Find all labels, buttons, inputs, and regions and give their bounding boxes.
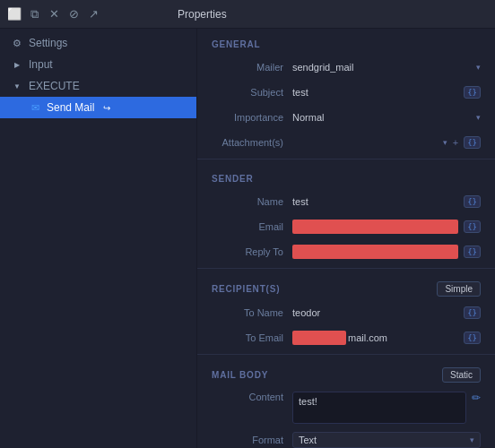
reply-to-label: Reply To	[212, 246, 283, 257]
importance-row: Importance Normal ▾	[197, 105, 495, 130]
content-row: Content test! ✏	[197, 386, 495, 427]
subject-end: {​}	[464, 86, 481, 99]
panel-title: Properties	[178, 8, 227, 21]
to-name-label: To Name	[212, 307, 283, 318]
reply-to-expr-badge[interactable]: {​}	[464, 246, 481, 258]
sender-email-label: Email	[212, 221, 283, 232]
attachments-label: Attachment(s)	[212, 137, 283, 148]
importance-value: Normal	[292, 112, 471, 123]
importance-end: ▾	[476, 113, 481, 122]
sender-email-expr-badge[interactable]: {​}	[464, 220, 481, 233]
properties-panel: GENERAL Mailer sendgrid_mail ▾ Subject t…	[197, 29, 495, 448]
gear-icon: ⚙	[11, 37, 23, 49]
importance-dropdown-icon[interactable]: ▾	[476, 113, 481, 122]
sender-email-end: {​}	[464, 220, 481, 233]
format-select[interactable]: Text ▾	[292, 432, 481, 448]
mailer-label: Mailer	[212, 62, 283, 73]
attachments-add-icon[interactable]: +	[453, 137, 458, 148]
new-icon[interactable]: ⬜	[7, 7, 22, 22]
divider-2	[197, 268, 495, 269]
reply-to-row: Reply To {​}	[197, 239, 495, 264]
to-email-input-red[interactable]	[292, 331, 346, 345]
to-name-row: To Name teodor {​}	[197, 300, 495, 325]
divider-3	[197, 354, 495, 355]
attachments-end: ▾ + {​}	[443, 136, 481, 149]
copy-icon[interactable]: ⧉	[27, 7, 41, 22]
sender-name-value: test	[292, 196, 458, 207]
to-name-value: teodor	[292, 307, 458, 318]
mailbody-static-badge[interactable]: Static	[442, 367, 481, 383]
recipients-section-row: RECIPIENT(S) Simple	[197, 272, 495, 300]
sender-email-row: Email {​}	[197, 214, 495, 239]
format-row: Format Text ▾	[197, 427, 495, 448]
importance-label: Importance	[212, 112, 283, 123]
window-controls: ⬜ ⧉ ✕ ⊘ ↗	[7, 7, 100, 22]
mailer-row: Mailer sendgrid_mail ▾	[197, 55, 495, 80]
mailer-end: ▾	[476, 63, 481, 72]
to-name-end: {​}	[464, 306, 481, 319]
to-email-field-group: mail.com	[292, 331, 458, 345]
sender-name-end: {​}	[464, 195, 481, 208]
subject-row: Subject test {​}	[197, 80, 495, 105]
sidebar-item-send-mail[interactable]: ✉ Send Mail ↪	[0, 97, 196, 118]
format-label: Format	[212, 435, 283, 445]
sidebar-item-settings-label: Settings	[29, 37, 67, 49]
to-name-expr-badge[interactable]: {​}	[464, 306, 481, 319]
to-email-suffix: mail.com	[348, 332, 387, 343]
sender-name-label: Name	[212, 196, 283, 207]
disable-icon[interactable]: ⊘	[66, 7, 81, 22]
arrow-right-icon: ↪	[103, 103, 110, 113]
attachments-dropdown-icon[interactable]: ▾	[443, 138, 447, 147]
to-email-end: {​}	[464, 332, 481, 344]
sidebar-item-execute[interactable]: ▼ EXECUTE	[0, 75, 196, 97]
subject-label: Subject	[212, 87, 283, 98]
export-icon[interactable]: ↗	[86, 7, 100, 22]
reply-to-input[interactable]	[292, 245, 458, 259]
sender-section-header: SENDER	[197, 163, 495, 189]
sidebar-item-settings[interactable]: ⚙ Settings	[0, 32, 196, 54]
recipients-simple-badge[interactable]: Simple	[437, 281, 481, 297]
chevron-down-icon: ▼	[11, 80, 23, 92]
send-mail-icon: ✉	[29, 101, 41, 114]
main-layout: ⚙ Settings ▶ Input ▼ EXECUTE ✉ Send Mail…	[0, 29, 495, 448]
edit-icon[interactable]: ✏	[472, 392, 481, 404]
sidebar-item-execute-label: EXECUTE	[29, 80, 80, 92]
divider-1	[197, 159, 495, 159]
mailbody-section-header: MAIL BODY	[212, 370, 268, 380]
top-bar: ⬜ ⧉ ✕ ⊘ ↗ Properties	[0, 0, 495, 29]
general-section-header: GENERAL	[197, 29, 495, 55]
reply-to-end: {​}	[464, 246, 481, 258]
sidebar: ⚙ Settings ▶ Input ▼ EXECUTE ✉ Send Mail…	[0, 29, 197, 448]
to-email-expr-badge[interactable]: {​}	[464, 332, 481, 344]
content-value: test!	[299, 396, 317, 407]
subject-expr-badge[interactable]: {​}	[464, 86, 481, 99]
format-value: Text	[299, 435, 317, 445]
attachments-row: Attachment(s) ▾ + {​}	[197, 130, 495, 155]
mailbody-section-row: MAIL BODY Static	[197, 358, 495, 386]
to-email-label: To Email	[212, 332, 283, 343]
format-dropdown-icon: ▾	[470, 435, 474, 444]
sender-name-row: Name test {​}	[197, 189, 495, 214]
mailer-dropdown-icon[interactable]: ▾	[476, 63, 481, 72]
to-email-row: To Email mail.com {​}	[197, 325, 495, 350]
content-label: Content	[212, 392, 283, 402]
attachments-expr-badge[interactable]: {​}	[464, 136, 481, 149]
close-icon[interactable]: ✕	[47, 7, 61, 22]
sidebar-item-input-label: Input	[29, 58, 53, 71]
sidebar-item-send-mail-label: Send Mail	[47, 101, 94, 114]
sidebar-item-input[interactable]: ▶ Input	[0, 54, 196, 75]
chevron-right-icon: ▶	[11, 58, 23, 71]
sender-email-input[interactable]	[292, 220, 458, 234]
subject-value: test	[292, 87, 458, 98]
sender-name-expr-badge[interactable]: {​}	[464, 195, 481, 208]
content-textarea[interactable]: test!	[292, 392, 466, 424]
recipients-section-header: RECIPIENT(S)	[212, 284, 280, 294]
mailer-value: sendgrid_mail	[292, 62, 471, 73]
